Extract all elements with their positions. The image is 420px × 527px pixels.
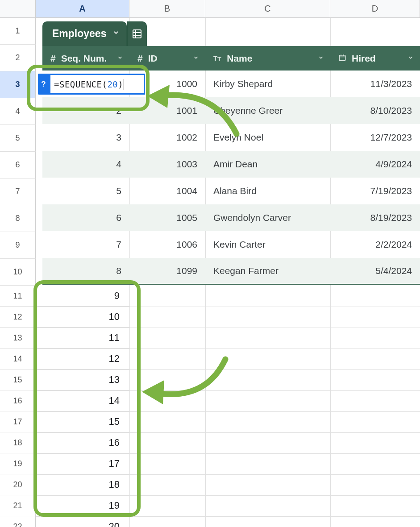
spill-cell[interactable]: 12 — [36, 349, 129, 369]
row-header[interactable]: 22 — [0, 516, 36, 527]
spill-cell[interactable]: 17 — [36, 453, 129, 474]
table-row[interactable]: 7 1006 Kevin Carter 2/2/2024 — [42, 231, 420, 258]
cell-id[interactable]: 1004 — [129, 186, 205, 196]
cell-hired[interactable]: 7/19/2023 — [330, 186, 420, 196]
table-row[interactable]: 8 1099 Keegan Farmer 5/4/2024 — [42, 258, 420, 285]
row-header[interactable]: 15 — [0, 369, 36, 390]
chevron-down-icon — [112, 29, 120, 38]
table-header-hired[interactable]: Hired — [330, 46, 420, 71]
row-header[interactable]: 3 — [0, 71, 36, 98]
cell-name[interactable]: Alana Bird — [205, 186, 330, 196]
sheet-grid[interactable]: Employees # Seq. Num. — [36, 18, 420, 527]
table-row[interactable]: 4 1003 Amir Dean 4/9/2024 — [42, 151, 420, 178]
spill-cell[interactable]: 13 — [36, 369, 129, 390]
cell-hired[interactable]: 5/4/2024 — [330, 266, 420, 276]
cell-name[interactable]: Evelyn Noel — [205, 132, 330, 143]
cell-id[interactable]: 1099 — [129, 266, 205, 276]
row-header[interactable]: 12 — [0, 307, 36, 328]
chevron-down-icon — [193, 54, 199, 62]
spill-cell[interactable]: 9 — [36, 286, 129, 307]
column-header-row: A B C D — [0, 0, 420, 18]
chevron-down-icon — [117, 54, 123, 62]
table-view-icon[interactable] — [127, 21, 147, 46]
cell-id[interactable]: 1001 — [129, 105, 205, 116]
row-header[interactable]: 19 — [0, 453, 36, 474]
table-header-seqnum[interactable]: # Seq. Num. — [42, 46, 129, 71]
row-header[interactable]: 16 — [0, 390, 36, 411]
row-header[interactable]: 6 — [0, 152, 36, 178]
cell-seqnum[interactable]: 3 — [42, 132, 129, 143]
table-header-id[interactable]: # ID — [129, 46, 205, 71]
row-header[interactable]: 5 — [0, 125, 36, 152]
cell-seqnum[interactable]: 4 — [42, 159, 129, 170]
number-type-icon: # — [137, 53, 143, 64]
row-header[interactable]: 18 — [0, 432, 36, 453]
table-header-label: ID — [148, 53, 158, 64]
row-header[interactable]: 7 — [0, 178, 36, 205]
row-header[interactable]: 2 — [0, 45, 36, 71]
cell-seqnum[interactable]: 5 — [42, 186, 129, 196]
table-row[interactable]: 6 1005 Gwendolyn Carver 8/19/2023 — [42, 204, 420, 231]
cell-name[interactable]: Gwendolyn Carver — [205, 212, 330, 223]
svg-rect-4 — [339, 55, 345, 60]
table-name-tab: Employees — [42, 21, 147, 46]
row-header[interactable]: 11 — [0, 286, 36, 307]
spill-cell[interactable]: 19 — [36, 495, 129, 516]
spill-cell[interactable]: 11 — [36, 328, 129, 349]
select-all-corner[interactable] — [0, 0, 36, 17]
row-header[interactable]: 1 — [0, 18, 36, 45]
formula-editor: ? =SEQUENCE(20) — [38, 74, 145, 95]
cell-hired[interactable]: 8/19/2023 — [330, 212, 420, 223]
svg-rect-0 — [133, 30, 141, 38]
column-header-d[interactable]: D — [330, 0, 420, 17]
row-header[interactable]: 13 — [0, 328, 36, 349]
spill-cell[interactable]: 20 — [36, 516, 129, 527]
cell-id[interactable]: 1006 — [129, 239, 205, 250]
table-row[interactable]: 2 1001 Cheyenne Greer 8/10/2023 — [42, 97, 420, 124]
cell-seqnum[interactable]: 8 — [42, 266, 129, 276]
spill-range: 9 10 11 12 13 14 15 16 17 18 19 20 — [36, 286, 129, 527]
formula-text-prefix: =SEQUENCE( — [54, 79, 107, 89]
row-header[interactable]: 21 — [0, 495, 36, 516]
cell-seqnum[interactable]: 2 — [42, 105, 129, 116]
table-row[interactable]: 5 1004 Alana Bird 7/19/2023 — [42, 178, 420, 204]
cell-name[interactable]: Kevin Carter — [205, 239, 330, 250]
formula-help-button[interactable]: ? — [38, 74, 49, 95]
cell-seqnum[interactable]: 6 — [42, 212, 129, 223]
cell-name[interactable]: Keegan Farmer — [205, 266, 330, 276]
row-header[interactable]: 8 — [0, 205, 36, 232]
table-row[interactable]: 3 1002 Evelyn Noel 12/7/2023 — [42, 124, 420, 151]
cell-id[interactable]: 1003 — [129, 159, 205, 170]
spill-cell[interactable]: 10 — [36, 307, 129, 328]
spill-cell[interactable]: 18 — [36, 474, 129, 495]
row-header[interactable]: 4 — [0, 98, 36, 125]
cell-hired[interactable]: 8/10/2023 — [330, 105, 420, 116]
cell-hired[interactable]: 2/2/2024 — [330, 239, 420, 250]
cell-name[interactable]: Amir Dean — [205, 159, 330, 170]
cell-id[interactable]: 1005 — [129, 212, 205, 223]
row-header[interactable]: 9 — [0, 232, 36, 259]
table-name-label: Employees — [52, 28, 106, 40]
column-header-b[interactable]: B — [129, 0, 205, 17]
cell-seqnum[interactable]: 7 — [42, 239, 129, 250]
row-header[interactable]: 20 — [0, 474, 36, 495]
table-name-button[interactable]: Employees — [42, 21, 127, 46]
spill-cell[interactable]: 16 — [36, 432, 129, 453]
spill-cell[interactable]: 14 — [36, 390, 129, 411]
cell-name[interactable]: Kirby Shepard — [205, 79, 330, 89]
table-header-name[interactable]: Tᴛ Name — [205, 46, 330, 71]
cell-id[interactable]: 1002 — [129, 132, 205, 143]
row-header[interactable]: 17 — [0, 411, 36, 432]
cell-hired[interactable]: 11/3/2023 — [330, 79, 420, 89]
column-header-a[interactable]: A — [36, 0, 129, 17]
cell-hired[interactable]: 12/7/2023 — [330, 132, 420, 143]
cell-name[interactable]: Cheyenne Greer — [205, 105, 330, 116]
cell-hired[interactable]: 4/9/2024 — [330, 159, 420, 170]
formula-input[interactable]: =SEQUENCE(20) — [49, 74, 145, 95]
row-header[interactable]: 14 — [0, 349, 36, 369]
row-header-strip: 1 2 3 4 5 6 7 8 9 10 11 12 13 14 15 16 1… — [0, 18, 36, 527]
spill-cell[interactable]: 15 — [36, 411, 129, 432]
table-body: 1 1000 Kirby Shepard 11/3/2023 2 1001 Ch… — [42, 71, 420, 285]
column-header-c[interactable]: C — [205, 0, 330, 17]
row-header[interactable]: 10 — [0, 259, 36, 286]
